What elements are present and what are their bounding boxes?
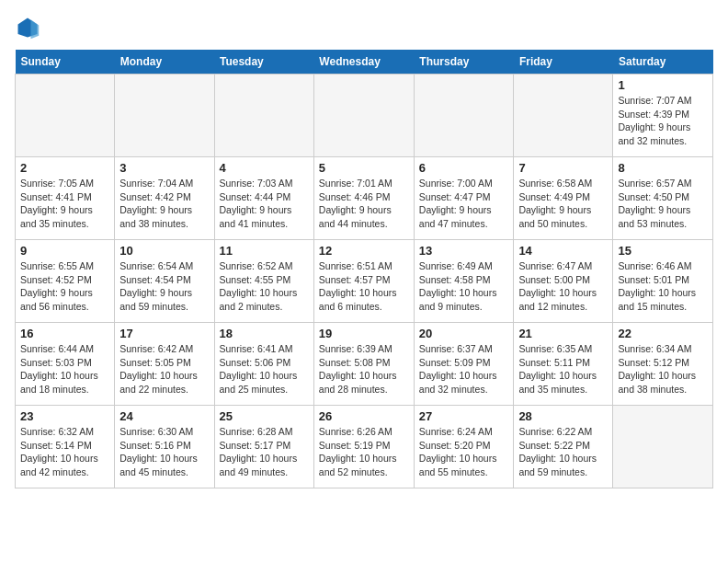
day-number: 20: [419, 327, 509, 340]
day-number: 24: [119, 409, 209, 423]
day-info: Sunrise: 6:54 AM Sunset: 4:54 PM Dayligh…: [119, 259, 209, 314]
day-cell: [613, 406, 713, 488]
day-number: 1: [618, 78, 708, 92]
day-cell: 1Sunrise: 7:07 AM Sunset: 4:39 PM Daylig…: [613, 75, 713, 157]
day-number: 15: [618, 244, 708, 258]
day-cell: 11Sunrise: 6:52 AM Sunset: 4:55 PM Dayli…: [214, 240, 313, 323]
day-info: Sunrise: 7:05 AM Sunset: 4:41 PM Dayligh…: [20, 177, 109, 231]
day-cell: 26Sunrise: 6:26 AM Sunset: 5:19 PM Dayli…: [313, 406, 414, 488]
day-cell: 14Sunrise: 6:47 AM Sunset: 5:00 PM Dayli…: [514, 240, 613, 323]
day-info: Sunrise: 6:57 AM Sunset: 4:50 PM Dayligh…: [618, 177, 708, 231]
day-number: 22: [618, 327, 708, 340]
week-row-0: 1Sunrise: 7:07 AM Sunset: 4:39 PM Daylig…: [16, 75, 713, 157]
day-cell: 20Sunrise: 6:37 AM Sunset: 5:09 PM Dayli…: [414, 323, 514, 406]
day-info: Sunrise: 6:30 AM Sunset: 5:16 PM Dayligh…: [119, 425, 209, 479]
day-info: Sunrise: 7:01 AM Sunset: 4:46 PM Dayligh…: [319, 177, 409, 231]
day-cell: [414, 75, 514, 157]
day-cell: [115, 75, 214, 157]
col-tuesday: Tuesday: [214, 50, 313, 75]
day-cell: 7Sunrise: 6:58 AM Sunset: 4:49 PM Daylig…: [514, 157, 613, 240]
day-number: 23: [20, 409, 109, 423]
week-row-1: 2Sunrise: 7:05 AM Sunset: 4:41 PM Daylig…: [16, 157, 713, 240]
day-number: 21: [518, 327, 608, 340]
day-info: Sunrise: 7:04 AM Sunset: 4:42 PM Dayligh…: [119, 177, 209, 231]
day-info: Sunrise: 6:24 AM Sunset: 5:20 PM Dayligh…: [419, 425, 509, 479]
day-cell: 10Sunrise: 6:54 AM Sunset: 4:54 PM Dayli…: [115, 240, 214, 323]
day-info: Sunrise: 6:46 AM Sunset: 5:01 PM Dayligh…: [618, 259, 708, 314]
logo: [15, 15, 44, 40]
day-number: 7: [518, 161, 608, 175]
week-row-3: 16Sunrise: 6:44 AM Sunset: 5:03 PM Dayli…: [16, 323, 713, 406]
day-number: 2: [20, 161, 109, 175]
day-cell: 15Sunrise: 6:46 AM Sunset: 5:01 PM Dayli…: [613, 240, 713, 323]
day-cell: 13Sunrise: 6:49 AM Sunset: 4:58 PM Dayli…: [414, 240, 514, 323]
day-cell: [16, 75, 115, 157]
day-cell: [214, 75, 313, 157]
day-number: 19: [319, 327, 409, 340]
day-cell: 12Sunrise: 6:51 AM Sunset: 4:57 PM Dayli…: [313, 240, 414, 323]
day-cell: 8Sunrise: 6:57 AM Sunset: 4:50 PM Daylig…: [613, 157, 713, 240]
day-number: 14: [518, 244, 608, 258]
day-info: Sunrise: 6:47 AM Sunset: 5:00 PM Dayligh…: [518, 259, 608, 314]
day-number: 17: [119, 327, 209, 340]
day-number: 28: [518, 409, 608, 423]
day-cell: 4Sunrise: 7:03 AM Sunset: 4:44 PM Daylig…: [214, 157, 313, 240]
day-cell: 27Sunrise: 6:24 AM Sunset: 5:20 PM Dayli…: [414, 406, 514, 488]
day-number: 18: [220, 327, 309, 340]
day-number: 3: [119, 161, 209, 175]
day-cell: 28Sunrise: 6:22 AM Sunset: 5:22 PM Dayli…: [514, 406, 613, 488]
day-cell: 6Sunrise: 7:00 AM Sunset: 4:47 PM Daylig…: [414, 157, 514, 240]
day-info: Sunrise: 6:32 AM Sunset: 5:14 PM Dayligh…: [20, 425, 109, 479]
day-info: Sunrise: 6:44 AM Sunset: 5:03 PM Dayligh…: [20, 342, 109, 396]
col-wednesday: Wednesday: [313, 50, 414, 75]
day-info: Sunrise: 7:07 AM Sunset: 4:39 PM Dayligh…: [618, 94, 708, 148]
day-cell: 22Sunrise: 6:34 AM Sunset: 5:12 PM Dayli…: [613, 323, 713, 406]
day-info: Sunrise: 6:49 AM Sunset: 4:58 PM Dayligh…: [419, 259, 509, 314]
day-info: Sunrise: 6:58 AM Sunset: 4:49 PM Dayligh…: [518, 177, 608, 231]
calendar-table: SundayMondayTuesdayWednesdayThursdayFrid…: [15, 50, 713, 488]
col-friday: Friday: [514, 50, 613, 75]
day-info: Sunrise: 6:52 AM Sunset: 4:55 PM Dayligh…: [220, 259, 309, 314]
day-cell: 5Sunrise: 7:01 AM Sunset: 4:46 PM Daylig…: [313, 157, 414, 240]
day-info: Sunrise: 6:26 AM Sunset: 5:19 PM Dayligh…: [319, 425, 409, 479]
day-number: 16: [20, 327, 109, 340]
day-number: 6: [419, 161, 509, 175]
day-number: 25: [220, 409, 309, 423]
day-number: 9: [20, 244, 109, 258]
day-cell: [313, 75, 414, 157]
header-row: SundayMondayTuesdayWednesdayThursdayFrid…: [16, 50, 713, 75]
day-cell: 3Sunrise: 7:04 AM Sunset: 4:42 PM Daylig…: [115, 157, 214, 240]
day-cell: 25Sunrise: 6:28 AM Sunset: 5:17 PM Dayli…: [214, 406, 313, 488]
col-sunday: Sunday: [16, 50, 115, 75]
day-info: Sunrise: 6:22 AM Sunset: 5:22 PM Dayligh…: [518, 425, 608, 479]
day-number: 10: [119, 244, 209, 258]
day-cell: 24Sunrise: 6:30 AM Sunset: 5:16 PM Dayli…: [115, 406, 214, 488]
day-number: 5: [319, 161, 409, 175]
day-number: 11: [220, 244, 309, 258]
day-number: 13: [419, 244, 509, 258]
day-info: Sunrise: 6:55 AM Sunset: 4:52 PM Dayligh…: [20, 259, 109, 314]
day-cell: 19Sunrise: 6:39 AM Sunset: 5:08 PM Dayli…: [313, 323, 414, 406]
day-cell: 17Sunrise: 6:42 AM Sunset: 5:05 PM Dayli…: [115, 323, 214, 406]
day-number: 27: [419, 409, 509, 423]
logo-icon: [15, 15, 40, 40]
day-number: 12: [319, 244, 409, 258]
day-number: 8: [618, 161, 708, 175]
day-number: 4: [220, 161, 309, 175]
day-cell: 16Sunrise: 6:44 AM Sunset: 5:03 PM Dayli…: [16, 323, 115, 406]
day-info: Sunrise: 6:35 AM Sunset: 5:11 PM Dayligh…: [518, 342, 608, 396]
day-info: Sunrise: 7:03 AM Sunset: 4:44 PM Dayligh…: [220, 177, 309, 231]
col-saturday: Saturday: [613, 50, 713, 75]
day-cell: 2Sunrise: 7:05 AM Sunset: 4:41 PM Daylig…: [16, 157, 115, 240]
day-cell: 9Sunrise: 6:55 AM Sunset: 4:52 PM Daylig…: [16, 240, 115, 323]
svg-marker-1: [31, 19, 40, 39]
day-info: Sunrise: 6:28 AM Sunset: 5:17 PM Dayligh…: [220, 425, 309, 479]
day-cell: 18Sunrise: 6:41 AM Sunset: 5:06 PM Dayli…: [214, 323, 313, 406]
col-thursday: Thursday: [414, 50, 514, 75]
day-info: Sunrise: 6:39 AM Sunset: 5:08 PM Dayligh…: [319, 342, 409, 396]
week-row-4: 23Sunrise: 6:32 AM Sunset: 5:14 PM Dayli…: [16, 406, 713, 488]
day-info: Sunrise: 6:34 AM Sunset: 5:12 PM Dayligh…: [618, 342, 708, 396]
day-info: Sunrise: 7:00 AM Sunset: 4:47 PM Dayligh…: [419, 177, 509, 231]
day-number: 26: [319, 409, 409, 423]
day-info: Sunrise: 6:42 AM Sunset: 5:05 PM Dayligh…: [119, 342, 209, 396]
